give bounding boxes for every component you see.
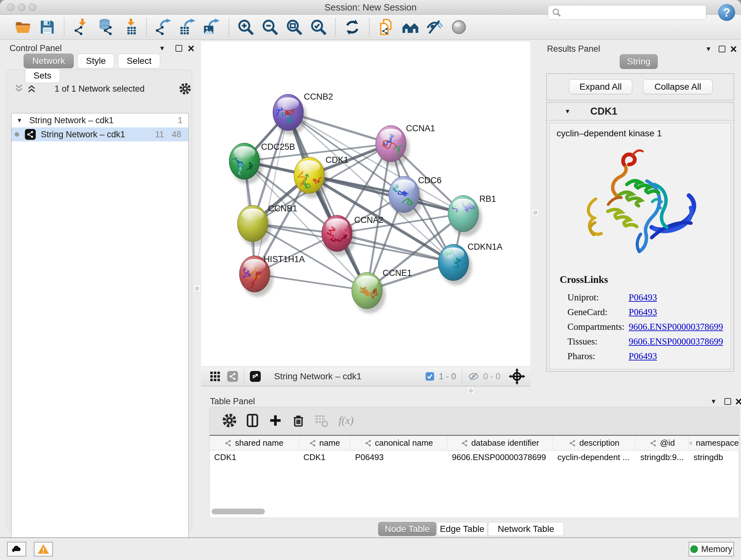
cell-namespace: stringdb [689,450,739,464]
node-label-RB1: RB1 [479,194,496,204]
export-network-icon[interactable] [155,18,172,36]
network-node-CCNE1[interactable]: CCNE1 [352,268,412,313]
search-box[interactable] [548,5,706,20]
tab-node-table[interactable]: Node Table [378,522,436,536]
column-header-id[interactable]: @id [636,436,689,450]
help-icon[interactable]: ? [718,3,736,22]
zoom-out-icon[interactable] [261,18,279,36]
refresh-icon[interactable] [344,18,361,36]
results-panel-close-icon[interactable]: × [730,46,737,52]
tree-expander-icon[interactable]: ▼ [17,117,22,124]
results-buttons-box: Expand All Collapse All [546,73,734,100]
cloud-status-button[interactable] [7,542,26,557]
results-panel-float-icon[interactable] [719,46,725,52]
column-header-description[interactable]: description [553,436,636,450]
search-input[interactable] [561,8,695,17]
level-of-detail-icon[interactable] [450,18,468,36]
column-header-database-identifier[interactable]: database identifier [448,436,553,450]
horizontal-splitter-handle[interactable] [467,387,474,394]
open-session-share-icon[interactable] [378,18,395,36]
crosslink-genecard-link[interactable]: P06493 [629,307,657,317]
network-node-RB1[interactable]: RB1 [447,193,496,236]
crosslink-compartments-link[interactable]: 9606.ENSP00000378699 [629,321,723,332]
hidden-counts: 0 - 0 [483,372,500,381]
crosslink-uniprot-link[interactable]: P06493 [629,292,657,302]
network-node-HIST1H1A[interactable]: HIST1H1A [239,254,305,297]
table-horizontal-scrollbar[interactable] [212,509,265,514]
network-canvas[interactable]: CCNB2CCNA1CDC25BCDK1CDC6RB1CCNB1CCNA2CDK… [201,42,530,367]
column-header-namespace[interactable]: namespace [689,436,739,450]
import-table-file-icon[interactable] [121,18,138,36]
results-panel-menu-icon[interactable]: ▼ [705,45,712,53]
tab-style[interactable]: Style [77,54,114,68]
string-home-icon[interactable] [402,18,419,36]
hidden-eye-icon[interactable] [468,371,479,382]
crosslink-pharos-link[interactable]: P06493 [629,351,657,361]
hide-labels-icon[interactable] [426,18,443,36]
network-node-CDK1[interactable]: CDK1 [294,155,348,198]
tab-network[interactable]: Network [23,54,74,68]
control-panel-menu-icon[interactable]: ▼ [159,45,165,52]
expand-all-button[interactable]: Expand All [569,79,632,94]
grid-view-icon[interactable] [209,370,221,383]
navbar-separator [244,369,244,383]
tab-select[interactable]: Select [118,54,160,68]
tab-string[interactable]: String [620,54,658,69]
network-edge[interactable] [255,112,288,274]
section-expander-icon[interactable]: ▼ [564,108,570,115]
network-view-title: String Network – cdk1 [274,371,361,381]
column-type-icon [365,440,372,447]
node-label-CDK1: CDK1 [326,155,348,165]
export-table-icon[interactable] [179,18,196,36]
network-navbar: String Network – cdk1 1 - 0 0 - 0 [201,367,530,386]
network-panel-body: 1 of 1 Network selected ▼ String Network… [6,70,192,530]
string-view-icon[interactable] [227,371,238,382]
control-panel-float-icon[interactable] [176,45,182,52]
left-splitter-handle[interactable] [193,285,200,292]
selected-checkbox-icon[interactable] [425,371,435,381]
open-session-icon[interactable] [14,18,31,36]
collapse-all-button[interactable]: Collapse All [643,79,713,94]
export-image-icon[interactable] [203,18,220,36]
column-type-icon [309,440,316,447]
selected-counts: 1 - 0 [439,372,456,381]
right-splitter-handle[interactable] [532,209,539,216]
zoom-fit-icon[interactable] [286,18,303,36]
node-description: cyclin–dependent kinase 1 [556,128,731,138]
tab-edge-table[interactable]: Edge Table [437,522,487,536]
network-node-CDKN1A[interactable]: CDKN1A [438,242,502,285]
network-row[interactable]: String Network – cdk1 11 48 [11,127,188,141]
create-column-icon[interactable] [268,413,283,428]
table-toolbar: f(x) [209,407,739,434]
column-header-name[interactable]: name [299,436,351,450]
save-session-icon[interactable] [39,18,56,36]
table-row[interactable]: CDK1 CDK1 P06493 9606.ENSP00000378699 cy… [210,450,739,464]
table-panel-menu-icon[interactable]: ▼ [711,398,717,405]
zoom-in-icon[interactable] [237,18,254,36]
tab-network-table[interactable]: Network Table [488,522,564,536]
network-options-gear-icon[interactable] [179,83,191,95]
warning-status-button[interactable] [34,542,53,557]
column-header-canonical-name[interactable]: canonical name [350,436,448,450]
cell-shared-name: CDK1 [210,450,299,464]
control-panel-title: Control Panel [10,44,62,53]
show-columns-icon[interactable] [245,413,260,428]
birdseye-crosshair-icon[interactable] [509,368,525,385]
toolbar-separator [369,18,369,37]
zoom-selected-icon[interactable] [310,18,327,36]
import-network-file-icon[interactable] [72,18,90,36]
table-settings-gear-icon[interactable] [222,413,237,428]
detach-view-icon[interactable] [250,371,261,382]
crosslink-tissues-link[interactable]: 9606.ENSP00000378699 [629,336,723,347]
delete-column-icon[interactable] [291,413,306,428]
network-node-CCNA1[interactable]: CCNA1 [376,124,435,166]
import-network-database-icon[interactable] [97,18,114,36]
tab-sets[interactable]: Sets [25,68,60,83]
control-panel-close-icon[interactable]: × [188,45,194,52]
memory-button[interactable]: Memory [689,542,734,557]
table-panel-float-icon[interactable] [724,398,731,405]
table-panel-close-icon[interactable]: × [735,398,741,405]
crosslink-row: GeneCard:P06493 [567,305,723,319]
column-header-shared-name[interactable]: shared name [210,436,299,450]
network-collection-row[interactable]: ▼ String Network – cdk1 1 [11,113,188,127]
